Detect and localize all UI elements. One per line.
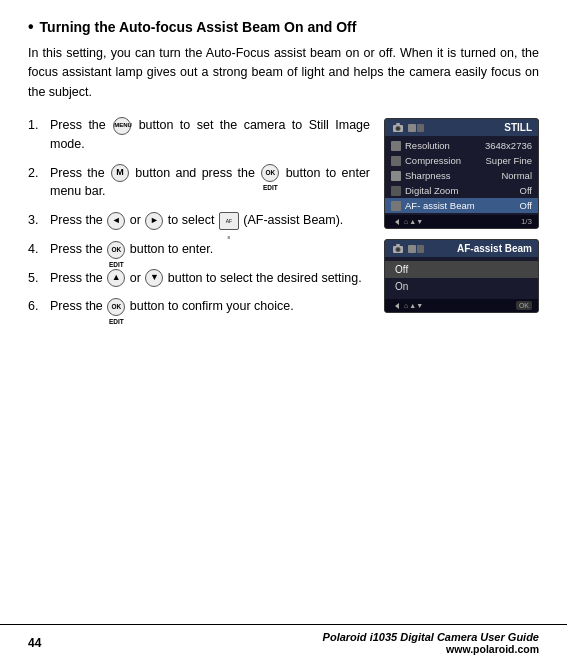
footer-brand-line2: www.polaroid.com — [323, 643, 539, 655]
panel1-page: 1/3 — [521, 217, 532, 226]
step-3-content: Press the ◄ or ► to select AF≡ (AF-assis… — [50, 211, 370, 230]
zoom-label: Digital Zoom — [405, 185, 458, 196]
svg-rect-11 — [408, 245, 416, 253]
still-panel-footer: ⌂ ▲▼ 1/3 — [385, 215, 538, 228]
mode-icon — [408, 123, 424, 133]
ok-edit-button-icon-2: OKEDIT — [261, 164, 279, 182]
svg-rect-1 — [396, 123, 400, 125]
footer-nav-icons: ⌂ ▲▼ — [391, 218, 423, 226]
step-6: 6. Press the OKEDIT button to confirm yo… — [28, 297, 370, 316]
af-beam-panel: AF-assist Beam Off On ⌂ ▲▼ OK — [384, 239, 539, 313]
af-option-off: Off — [385, 261, 538, 278]
af-footer-updown: ▲▼ — [409, 302, 423, 309]
af-beam-panel-title: AF-assist Beam — [457, 243, 532, 254]
right-arrow-icon: ► — [145, 212, 163, 230]
menu-button-icon-1: MENU — [113, 117, 131, 135]
svg-marker-6 — [395, 219, 399, 225]
sharpness-value: Normal — [501, 170, 532, 181]
page-footer: 44 Polaroid i1035 Digital Camera User Gu… — [0, 624, 567, 655]
still-panel-header: STILL — [385, 119, 538, 136]
row-digital-zoom: Digital Zoom Off — [385, 183, 538, 198]
svg-rect-5 — [417, 124, 424, 132]
svg-rect-8 — [396, 244, 400, 246]
resolution-value: 3648x2736 — [485, 140, 532, 151]
still-panel-title: STILL — [504, 122, 532, 133]
compression-icon — [391, 156, 401, 166]
step-4-num: 4. — [28, 240, 50, 259]
zoom-value: Off — [520, 185, 533, 196]
svg-point-3 — [397, 127, 400, 130]
svg-rect-12 — [417, 245, 424, 253]
footer-icons-home: ⌂ — [404, 218, 408, 225]
af-footer-home: ⌂ — [404, 302, 408, 309]
af-nav-left-icon — [391, 302, 403, 310]
step-3: 3. Press the ◄ or ► to select AF≡ (AF-as… — [28, 211, 370, 230]
row-sharpness: Sharpness Normal — [385, 168, 538, 183]
page-container: Turning the Auto-focus Assist Beam On an… — [0, 0, 567, 669]
camera-icon-2 — [391, 244, 405, 254]
compression-label: Compression — [405, 155, 461, 166]
row-af-beam: AF- assist Beam Off — [385, 198, 538, 213]
down-arrow-icon: ▼ — [145, 269, 163, 287]
af-panel-header-icons — [391, 244, 424, 254]
af-options-list: Off On — [385, 257, 538, 299]
page-title: Turning the Auto-focus Assist Beam On an… — [28, 18, 539, 36]
ok-edit-button-icon-6: OKEDIT — [107, 298, 125, 316]
af-panel-footer: ⌂ ▲▼ OK — [385, 299, 538, 312]
panel-rows: Resolution 3648x2736 Compression Super F… — [385, 136, 538, 215]
step-2: 2. Press the M button and press the OKED… — [28, 164, 370, 202]
step-6-num: 6. — [28, 297, 50, 316]
af-beam-panel-header: AF-assist Beam — [385, 240, 538, 257]
intro-paragraph: In this setting, you can turn the Auto-F… — [28, 44, 539, 102]
row-resolution: Resolution 3648x2736 — [385, 138, 538, 153]
still-panel: STILL Resolution 3648x2736 Compression — [384, 118, 539, 229]
row-compression: Compression Super Fine — [385, 153, 538, 168]
sharpness-label: Sharpness — [405, 170, 450, 181]
panel-header-icons — [391, 123, 424, 133]
af-option-on: On — [385, 278, 538, 295]
steps-column: 1. Press the MENU button to set the came… — [28, 116, 370, 326]
af-icon — [391, 201, 401, 211]
step-4-content: Press the OKEDIT button to enter. — [50, 240, 370, 259]
footer-brand: Polaroid i1035 Digital Camera User Guide… — [323, 631, 539, 655]
mode-icon-2 — [408, 244, 424, 254]
step-3-num: 3. — [28, 211, 50, 230]
svg-marker-13 — [395, 303, 399, 309]
step-2-num: 2. — [28, 164, 50, 202]
af-assist-icon: AF≡ — [219, 212, 239, 230]
af-label: AF- assist Beam — [405, 200, 475, 211]
ok-edit-button-icon-4: OKEDIT — [107, 241, 125, 259]
up-arrow-icon: ▲ — [107, 269, 125, 287]
resolution-label: Resolution — [405, 140, 450, 151]
footer-page-number: 44 — [28, 636, 41, 650]
resolution-icon — [391, 141, 401, 151]
step-5: 5. Press the ▲ or ▼ button to select the… — [28, 269, 370, 288]
af-value: Off — [520, 200, 533, 211]
step-5-num: 5. — [28, 269, 50, 288]
step-1-num: 1. — [28, 116, 50, 154]
step-4: 4. Press the OKEDIT button to enter. — [28, 240, 370, 259]
nav-left-icon — [391, 218, 403, 226]
camera-icon — [391, 123, 405, 133]
m-button-icon: M — [111, 164, 129, 182]
step-6-content: Press the OKEDIT button to confirm your … — [50, 297, 370, 316]
sharpness-icon — [391, 171, 401, 181]
zoom-icon — [391, 186, 401, 196]
af-footer-nav: ⌂ ▲▼ — [391, 302, 423, 310]
step-2-content: Press the M button and press the OKEDIT … — [50, 164, 370, 202]
content-area: 1. Press the MENU button to set the came… — [28, 116, 539, 326]
footer-arrows: ▲▼ — [409, 218, 423, 225]
compression-value: Super Fine — [486, 155, 532, 166]
footer-brand-line1: Polaroid i1035 Digital Camera User Guide — [323, 631, 539, 643]
svg-rect-4 — [408, 124, 416, 132]
step-1-content: Press the MENU button to set the camera … — [50, 116, 370, 154]
left-arrow-icon: ◄ — [107, 212, 125, 230]
af-footer-ok: OK — [516, 301, 532, 310]
svg-point-10 — [397, 248, 400, 251]
panels-column: STILL Resolution 3648x2736 Compression — [384, 118, 539, 326]
step-1: 1. Press the MENU button to set the came… — [28, 116, 370, 154]
step-5-content: Press the ▲ or ▼ button to select the de… — [50, 269, 370, 288]
